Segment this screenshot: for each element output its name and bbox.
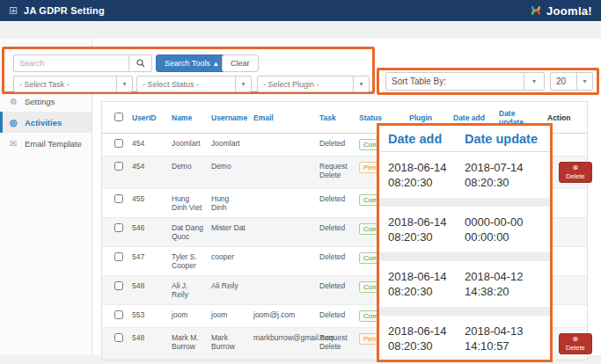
overlay-row: 2018-06-14 08:20:30 0000-00-00 00:00:00 (379, 207, 550, 252)
sidebar-item-label: Email Template (25, 139, 82, 149)
cell-userid: 548 (128, 276, 168, 305)
search-tools-highlight: Search Tools ▴ Clear - Select Task - ▾ -… (2, 47, 375, 94)
cell-userid: 553 (128, 305, 168, 328)
caret-up-icon: ▴ (214, 59, 218, 68)
sidebar-item-email-template[interactable]: ✉ Email Template (0, 133, 92, 154)
top-bar: ⊞ JA GDPR Setting Joomla! (0, 0, 601, 21)
task-filter-value: - Select Task - (14, 80, 116, 89)
search-tools-label: Search Tools (165, 59, 210, 68)
row-checkbox[interactable] (114, 310, 123, 319)
cell-username: Hung Dinh (208, 189, 250, 218)
delete-icon: ⊗ (572, 336, 578, 343)
overlay-date-add-cell: 2018-06-14 08:20:30 (388, 324, 465, 353)
sidebar-item-label: Settings (25, 97, 55, 106)
cell-name: Ali J. Reily (168, 276, 208, 305)
task-filter-select[interactable]: - Select Task - ▾ (13, 76, 133, 92)
envelope-icon: ✉ (10, 139, 25, 149)
column-header-task[interactable]: Task (316, 102, 355, 134)
sort-by-select[interactable]: Sort Table By: ▾ (385, 72, 545, 91)
sort-by-value: Sort Table By: (386, 76, 524, 86)
cell-email: markburrow@gmail.com (250, 328, 316, 360)
row-checkbox[interactable] (114, 194, 123, 203)
joomla-admin-page: ⊞ JA GDPR Setting Joomla! ⚙ Settings ◎ A… (0, 0, 601, 364)
cell-email (250, 218, 316, 247)
row-checkbox[interactable] (114, 252, 123, 261)
overlay-row-separator (379, 198, 550, 207)
delete-button[interactable]: ⊗ Delete (559, 162, 592, 183)
row-checkbox[interactable] (114, 333, 123, 342)
cell-userid: 547 (128, 247, 168, 276)
overlay-date-update-cell: 2018-04-13 14:10:57 (465, 324, 541, 353)
cell-username: Mister Dat (208, 218, 250, 247)
cell-name: Hung Dinh Viet (168, 189, 208, 218)
overlay-date-update-cell: 0000-00-00 00:00:00 (465, 215, 541, 244)
gear-icon: ⚙ (10, 97, 25, 106)
overlay-date-update-cell: 2018-04-12 14:38:20 (465, 269, 541, 299)
plugin-filter-value: - Select Plugin - (258, 80, 353, 89)
cell-name: Tyler S. Cooper (168, 247, 208, 276)
clear-button[interactable]: Clear (222, 55, 259, 72)
search-button[interactable] (129, 55, 152, 72)
cell-task: Deleted (316, 276, 355, 305)
overlay-date-add-cell: 2018-06-14 08:20:30 (388, 215, 465, 244)
overlay-column-date-update: Date update (465, 132, 541, 146)
delete-button-label: Delete (566, 172, 585, 180)
status-filter-select[interactable]: - Select Status - ▾ (136, 76, 252, 92)
search-tools-button[interactable]: Search Tools ▴ (156, 55, 226, 72)
cell-username: Mark Burrow (208, 328, 250, 360)
sidebar-item-label: Activities (25, 118, 62, 127)
column-header-email[interactable]: Email (250, 102, 316, 134)
overlay-row: 2018-06-14 08:20:30 2018-07-14 08:20:30 (379, 152, 550, 198)
overlay-date-add-cell: 2018-06-14 08:20:30 (388, 160, 465, 190)
joomla-wordmark: Joomla! (546, 4, 592, 18)
date-columns-zoom-callout: Date add Date update 2018-06-14 08:20:30… (377, 123, 553, 362)
joomla-logo: Joomla! (529, 4, 592, 18)
overlay-date-add-cell: 2018-06-14 08:20:30 (388, 269, 465, 299)
component-grid-icon: ⊞ (9, 5, 18, 16)
cell-userid: 455 (128, 189, 168, 218)
cell-name: Joomlart (168, 134, 208, 157)
joomla-logo-icon (529, 4, 543, 18)
cell-userid: 546 (128, 218, 168, 247)
select-all-checkbox[interactable] (114, 113, 123, 121)
delete-button[interactable]: ⊗ Delete (559, 333, 592, 354)
cell-name: Demo (168, 157, 208, 189)
overlay-row-separator (379, 307, 550, 316)
plugin-filter-select[interactable]: - Select Plugin - ▾ (257, 76, 370, 92)
sidebar-item-activities[interactable]: ◎ Activities (0, 112, 92, 133)
page-size-value: 20 (551, 76, 576, 86)
cell-username: joom (208, 305, 250, 328)
column-header-userid[interactable]: UserID (128, 102, 168, 134)
caret-down-icon: ▾ (353, 76, 369, 91)
delete-button-label: Delete (566, 344, 585, 352)
row-checkbox[interactable] (114, 162, 123, 171)
cell-email: joom@j.com (250, 305, 316, 328)
row-checkbox[interactable] (114, 281, 123, 290)
cell-username: Joomlart (208, 134, 250, 157)
overlay-row: 2018-06-14 08:20:30 2018-04-13 14:10:57 (379, 316, 550, 361)
row-checkbox[interactable] (114, 139, 123, 148)
caret-down-icon: ▾ (235, 76, 251, 91)
overlay-row-separator (379, 252, 550, 261)
cell-email (250, 276, 316, 305)
cell-userid: 454 (128, 157, 168, 189)
overlay-column-date-add: Date add (388, 132, 465, 146)
overlay-row: 2018-06-14 08:20:30 2018-04-12 14:38:20 (379, 261, 550, 307)
cell-username: Demo (208, 157, 250, 189)
cell-username: Ali Reily (208, 276, 250, 305)
sort-controls-highlight: Sort Table By: ▾ 20 ▾ (377, 68, 599, 95)
clear-label: Clear (231, 59, 250, 68)
row-checkbox[interactable] (114, 223, 123, 232)
search-input[interactable] (13, 55, 129, 72)
search-icon (136, 59, 145, 68)
page-title: JA GDPR Setting (24, 5, 105, 16)
cell-userid: 454 (128, 134, 168, 157)
activities-icon: ◎ (10, 118, 25, 127)
column-header-name[interactable]: Name (168, 102, 208, 134)
delete-icon: ⊗ (572, 164, 578, 171)
cell-task: Deleted (316, 189, 355, 218)
column-header-username[interactable]: Username (208, 102, 250, 134)
page-size-select[interactable]: 20 ▾ (550, 72, 593, 91)
status-filter-value: - Select Status - (137, 80, 235, 89)
cell-name: joom (168, 305, 208, 328)
